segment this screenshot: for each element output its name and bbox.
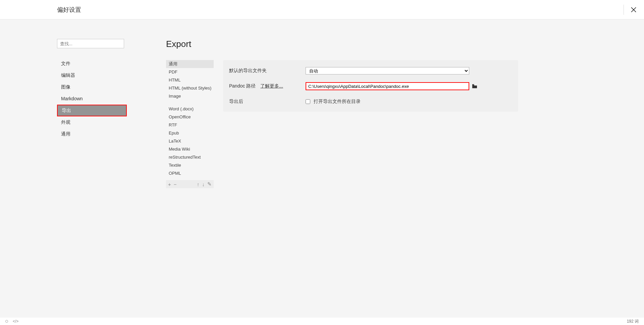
section-latex[interactable]: LaTeX <box>166 137 214 145</box>
sidebar-item-label: 图像 <box>61 84 70 90</box>
close-button[interactable] <box>629 5 638 14</box>
open-folder-checkbox-wrap[interactable]: 打开导出文件所在目录 <box>306 99 361 105</box>
section-rtf[interactable]: RTF <box>166 121 214 129</box>
section-label: Epub <box>169 130 179 136</box>
section-pdf[interactable]: PDF <box>166 68 214 76</box>
section-html[interactable]: HTML <box>166 76 214 84</box>
section-label: Word (.docx) <box>169 106 194 111</box>
section-opml[interactable]: OPML <box>166 169 214 177</box>
status-indicator-icon[interactable] <box>5 320 8 323</box>
section-label: reStructuredText <box>169 155 201 160</box>
minus-icon[interactable]: − <box>174 181 177 187</box>
sidebar-item-label: 文件 <box>61 61 70 66</box>
row-pandoc-path: Pandoc 路径 了解更多... <box>229 82 512 90</box>
export-folder-label: 默认的导出文件夹 <box>229 68 306 74</box>
section-image[interactable]: Image <box>166 92 214 100</box>
section-label: HTML <box>169 77 180 83</box>
page-header-title: 偏好设置 <box>57 6 81 14</box>
sidebar-item-editor[interactable]: 编辑器 <box>57 69 127 81</box>
section-gap <box>166 100 214 105</box>
body-area: 文件 编辑器 图像 Markdown 导出 外观 通用 Export 通用 PD… <box>0 19 644 318</box>
pandoc-path-label: Pandoc 路径 <box>229 83 256 89</box>
section-epub[interactable]: Epub <box>166 129 214 137</box>
page-title: Export <box>166 39 644 49</box>
close-icon <box>631 7 637 13</box>
arrow-up-icon[interactable]: ↑ <box>197 181 200 187</box>
section-label: OpenOffice <box>169 114 191 119</box>
search-input[interactable] <box>57 39 124 48</box>
section-label: 通用 <box>169 61 177 66</box>
sidebar-item-image[interactable]: 图像 <box>57 81 127 93</box>
statusbar: </> 192 词 <box>0 318 644 325</box>
source-code-toggle[interactable]: </> <box>13 319 18 324</box>
row-after-export: 导出后 打开导出文件所在目录 <box>229 98 512 106</box>
learn-more-link[interactable]: 了解更多... <box>260 83 283 89</box>
word-count[interactable]: 192 词 <box>627 319 639 324</box>
sidebar-item-general[interactable]: 通用 <box>57 128 127 140</box>
section-label: Media Wiki <box>169 147 190 152</box>
section-html-nostyles[interactable]: HTML (without Styles) <box>166 84 214 92</box>
sidebar-item-label: Markdown <box>61 96 83 101</box>
folder-icon <box>472 84 477 89</box>
sidebar-item-markdown[interactable]: Markdown <box>57 93 127 105</box>
section-label: Textile <box>169 163 181 168</box>
sidebar-items: 文件 编辑器 图像 Markdown 导出 外观 通用 <box>57 58 127 140</box>
sidebar-item-file[interactable]: 文件 <box>57 58 127 69</box>
pencil-icon[interactable]: ✎ <box>207 181 212 187</box>
section-openoffice[interactable]: OpenOffice <box>166 113 214 121</box>
browse-folder-button[interactable] <box>472 84 477 89</box>
open-folder-label: 打开导出文件所在目录 <box>314 99 361 105</box>
section-toolbar: + − ↑ ↓ ✎ <box>166 180 214 188</box>
sidebar: 文件 编辑器 图像 Markdown 导出 外观 通用 <box>57 39 127 318</box>
settings-panel: 默认的导出文件夹 自动 Pandoc 路径 了解更多... 导出后 <box>223 60 518 112</box>
after-export-label: 导出后 <box>229 99 306 105</box>
content: Export 通用 PDF HTML HTML (without Styles)… <box>127 39 644 318</box>
sidebar-item-export[interactable]: 导出 <box>57 105 127 116</box>
arrow-down-icon[interactable]: ↓ <box>202 181 205 187</box>
section-label: LaTeX <box>169 139 181 144</box>
section-label: HTML (without Styles) <box>169 86 211 91</box>
plus-icon[interactable]: + <box>168 181 171 187</box>
header-divider <box>624 5 624 15</box>
section-label: RTF <box>169 122 177 127</box>
open-folder-checkbox[interactable] <box>306 99 310 104</box>
section-label: Image <box>169 94 181 99</box>
sidebar-item-label: 外观 <box>61 119 70 125</box>
pandoc-path-input[interactable] <box>306 82 469 90</box>
section-label: OPML <box>169 171 181 176</box>
sidebar-item-label: 编辑器 <box>61 72 75 78</box>
sidebar-item-label: 导出 <box>62 108 71 113</box>
sidebar-item-label: 通用 <box>61 131 70 137</box>
section-textile[interactable]: Textile <box>166 161 214 169</box>
export-format-list: 通用 PDF HTML HTML (without Styles) Image … <box>166 60 214 188</box>
section-mediawiki[interactable]: Media Wiki <box>166 145 214 153</box>
section-restructured[interactable]: reStructuredText <box>166 153 214 161</box>
export-folder-select[interactable]: 自动 <box>306 67 469 74</box>
section-general[interactable]: 通用 <box>166 60 214 68</box>
titlebar: 偏好设置 <box>0 0 644 19</box>
sidebar-item-appearance[interactable]: 外观 <box>57 116 127 128</box>
row-export-folder: 默认的导出文件夹 自动 <box>229 67 512 75</box>
section-word[interactable]: Word (.docx) <box>166 105 214 113</box>
section-label: PDF <box>169 69 177 74</box>
